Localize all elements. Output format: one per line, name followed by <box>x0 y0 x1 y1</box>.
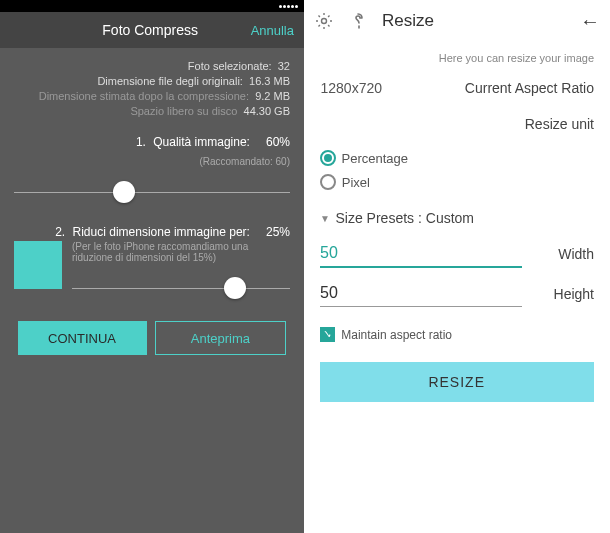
info-free-space: Spazio libero su disco 44.30 GB <box>14 105 290 117</box>
width-input[interactable] <box>320 240 522 268</box>
button-row: Anteprima CONTINUA <box>14 321 290 355</box>
size-section: 2. Riduci dimensione immagine per: 25% (… <box>14 225 290 303</box>
radio-percentage[interactable]: Percentage <box>320 146 409 170</box>
navbar-title: Foto Compress <box>102 22 198 38</box>
page-title: Resize <box>382 11 566 31</box>
quality-slider[interactable] <box>14 177 290 207</box>
hint-text: Here you can resize your image <box>439 52 594 64</box>
radio-pixel[interactable]: Pixel <box>320 170 370 194</box>
size-slider-thumb[interactable] <box>225 277 247 299</box>
resize-unit-label: Resize unit <box>525 116 594 132</box>
size-slider[interactable] <box>72 273 290 303</box>
preview-button[interactable]: Anteprima <box>155 321 286 355</box>
chevron-down-icon: ▼ <box>320 213 330 224</box>
size-presets-row[interactable]: Size Presets : Custom ▼ <box>320 202 594 234</box>
height-label: Height <box>534 286 594 302</box>
checkbox-checked-icon: ✓ <box>320 327 335 342</box>
info-selected: Foto selezionate: 32 <box>14 60 290 72</box>
width-row: Width <box>320 234 594 274</box>
header: ← Resize <box>304 0 610 42</box>
help-icon[interactable] <box>348 11 368 31</box>
gear-icon[interactable] <box>314 11 334 31</box>
info-original-size: Dimensione file degli originali: 16.3 MB <box>14 75 290 87</box>
maintain-aspect-row[interactable]: Maintain aspect ratio ✓ <box>320 313 594 356</box>
status-bar <box>0 0 304 12</box>
navbar: Annulla Foto Compress <box>0 12 304 48</box>
radio-selected-icon <box>320 150 336 166</box>
aspect-ratio-label: Current Aspect Ratio <box>465 80 594 96</box>
aspect-ratio-value: 1280x720 <box>320 80 382 96</box>
resize-button[interactable]: RESIZE <box>320 362 594 402</box>
continue-button[interactable]: CONTINUA <box>18 321 147 355</box>
svg-point-0 <box>322 19 327 24</box>
radio-unselected-icon <box>320 174 336 190</box>
content: Foto selezionate: 32 Dimensione file deg… <box>0 48 304 533</box>
height-row: Height <box>320 274 594 313</box>
quality-recommended: (Raccomandato: 60) <box>199 156 290 167</box>
preview-thumbnail <box>14 241 62 289</box>
cancel-button[interactable]: Annulla <box>251 23 294 38</box>
content: Here you can resize your image Current A… <box>304 42 610 408</box>
info-estimated-size: Dimensione stimata dopo la compressione:… <box>14 90 290 102</box>
aspect-ratio-row: Current Aspect Ratio 1280x720 <box>320 70 594 106</box>
width-label: Width <box>534 246 594 262</box>
resize-unit-row: Resize unit <box>320 106 594 142</box>
unit-radio-group: Percentage Pixel <box>320 146 594 194</box>
foto-compress-screen: Annulla Foto Compress Foto selezionate: … <box>0 0 304 533</box>
resize-screen: ← Resize Here you can resize your image … <box>304 0 610 533</box>
size-recommended: (Per le foto iPhone raccomandiamo una ri… <box>72 241 290 263</box>
height-input[interactable] <box>320 280 522 307</box>
back-arrow-icon[interactable]: ← <box>580 10 600 33</box>
quality-section: 1. Qualità immagine: 60% (Raccomandato: … <box>14 135 290 207</box>
quality-slider-thumb[interactable] <box>113 181 135 203</box>
